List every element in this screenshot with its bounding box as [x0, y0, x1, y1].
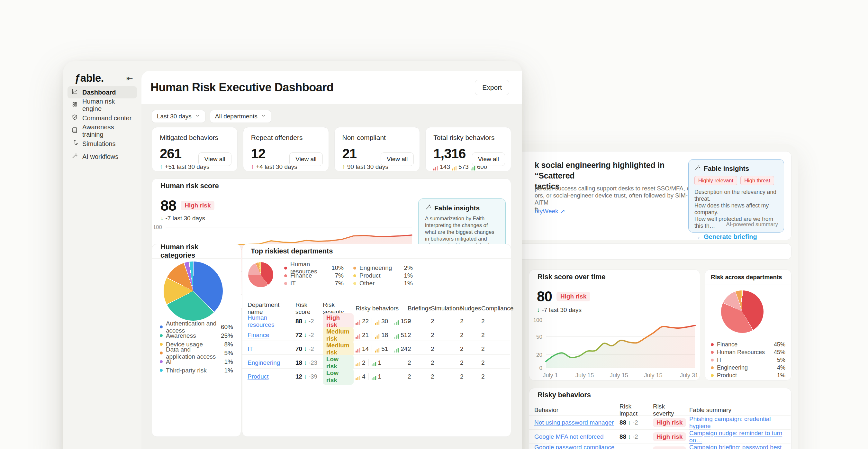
- metric-label: Non-compliant: [342, 134, 413, 142]
- risk-score-over-time-card: Risk score over time 80 High risk ↓-7 la…: [529, 270, 700, 381]
- red-bars-icon: [355, 333, 361, 339]
- card-title: Top riskiest departments: [242, 244, 511, 259]
- green-bars-icon: [394, 347, 399, 353]
- table-row: IT70↓-2Medium risk1451242222: [242, 340, 510, 354]
- sidebar-item-ai-workflows[interactable]: AI workflows: [67, 151, 137, 163]
- legend-value: 1%: [404, 272, 413, 279]
- sidebar: ƒable. ⇤ DashboardHuman risk engineComma…: [63, 61, 142, 449]
- legend-dot: [711, 366, 714, 369]
- department-link[interactable]: Human resources: [248, 314, 274, 328]
- metric-label: Mitigated behaviors: [160, 134, 231, 142]
- behavior-link[interactable]: Google MFA not enforced: [534, 433, 603, 440]
- legend-item: Authentication and access60%: [160, 323, 233, 331]
- view-all-button[interactable]: View all: [198, 152, 231, 166]
- metric-card-repeat-offenders: Repeat offenders12↑+4 last 30 daysView a…: [243, 127, 329, 172]
- legend-dot: [353, 274, 356, 277]
- risk-severity-badge: High risk: [557, 292, 590, 301]
- book-icon: [71, 127, 78, 133]
- fable-summary-link[interactable]: Campaign nudge: reminder to turn on…: [689, 430, 782, 444]
- table-row: Human resources88↓-2High risk22301592222: [242, 313, 510, 327]
- legend-item: Product1%: [353, 272, 413, 279]
- metric-card-mitigated-behaviors: Mitigated behaviors261↑+51 last 30 daysV…: [152, 127, 238, 172]
- legend-dot: [160, 334, 163, 337]
- view-all-button[interactable]: View all: [381, 152, 414, 166]
- sidebar-item-label: Simulations: [82, 140, 116, 148]
- legend-label: Engineering: [360, 264, 392, 271]
- svg-text:0: 0: [539, 365, 542, 371]
- risk-severity-badge: High risk: [653, 446, 686, 449]
- sidebar-item-label: Dashboard: [82, 89, 116, 96]
- bar-stat-value: 18: [381, 332, 388, 339]
- risk-score-delta: -2: [309, 332, 314, 339]
- sidebar-item-simulations[interactable]: Simulations: [67, 138, 137, 150]
- sidebar-item-awareness-training[interactable]: Awareness training: [67, 125, 137, 137]
- column-header: Briefings: [408, 305, 431, 312]
- bar-stat-value: 51: [381, 346, 388, 353]
- date-range-filter[interactable]: Last 30 days: [152, 110, 206, 123]
- column-header: Fable summary: [689, 407, 790, 414]
- risk-score-cell: 18↓-23: [296, 359, 323, 366]
- svg-text:July 15: July 15: [610, 372, 628, 379]
- generate-briefing-label: Generate briefing: [704, 233, 757, 241]
- insight-badges: Highly relevantHigh threat: [694, 176, 778, 185]
- legend-dot: [711, 343, 714, 346]
- bar-stat: 30: [372, 318, 391, 325]
- bar-stat-value: 22: [362, 318, 369, 325]
- legend-value: 45%: [774, 341, 785, 348]
- department-link[interactable]: Finance: [248, 332, 270, 338]
- chart-line-icon: [71, 88, 78, 95]
- sidebar-item-command-center[interactable]: Command center: [67, 112, 137, 124]
- compliance-cell: 2: [481, 332, 510, 339]
- ai-powered-summary-label: AI-powered summary: [726, 221, 778, 228]
- legend-item: Third-party risk1%: [160, 366, 233, 375]
- table-header-row: Department nameRisk scoreRisk severityRi…: [242, 301, 510, 313]
- legend-dot: [711, 374, 714, 377]
- fable-summary-link[interactable]: Phishing campaign: credential hygiene: [689, 416, 771, 429]
- column-header: Simulations: [431, 305, 460, 312]
- green-bars-icon: [394, 333, 399, 339]
- news-source-link[interactable]: rityWeek ↗: [535, 207, 565, 215]
- risk-severity-badge: Low risk: [323, 368, 353, 385]
- legend-dot: [160, 369, 163, 372]
- view-all-button[interactable]: View all: [289, 152, 322, 166]
- compliance-cell: 2: [481, 346, 510, 353]
- sidebar-item-label: Command center: [82, 115, 131, 122]
- fable-insights-title: Fable insights: [704, 165, 749, 172]
- generate-briefing-link[interactable]: →Generate briefing: [694, 233, 778, 241]
- bar-stat: 573: [452, 163, 469, 171]
- sidebar-item-dashboard[interactable]: Dashboard: [67, 86, 137, 98]
- department-filter-value: All departments: [215, 113, 257, 120]
- risky-behaviors-cell: 211851: [355, 332, 408, 339]
- yellow-bars-icon: [355, 361, 361, 366]
- wand-icon: [425, 204, 431, 212]
- pie-legend: Finance45%Human Resources45%IT5%Engineer…: [711, 340, 785, 379]
- card-title: Risk across departments: [705, 270, 791, 285]
- view-all-button[interactable]: View all: [472, 152, 505, 166]
- department-link[interactable]: IT: [248, 346, 253, 352]
- risk-across-departments-card: Risk across departments Finance45%Human …: [705, 270, 792, 381]
- sidebar-item-human-risk-engine[interactable]: Human risk engine: [67, 99, 137, 111]
- risk-score-cell: 88↓-2: [296, 318, 323, 325]
- legend-label: Data and application access: [166, 346, 221, 360]
- table-header-row: BehaviorRisk impactRisk severityFable su…: [529, 403, 790, 415]
- department-filter[interactable]: All departments: [210, 110, 271, 123]
- legend-value: 1%: [224, 358, 233, 365]
- main-dashboard-window: ƒable. ⇤ DashboardHuman risk engineComma…: [63, 61, 522, 449]
- nudges-cell: 2: [460, 373, 481, 380]
- legend-item: Product1%: [711, 371, 785, 379]
- behavior-link[interactable]: Google password compliance length…: [534, 444, 614, 449]
- export-button[interactable]: Export: [475, 80, 509, 95]
- department-link[interactable]: Product: [248, 373, 269, 380]
- departments-pie: [248, 262, 273, 287]
- nudges-cell: 2: [460, 359, 481, 366]
- fable-summary-link[interactable]: Campaign briefing: password best practi…: [689, 444, 781, 449]
- department-link[interactable]: Engineering: [248, 359, 280, 366]
- behavior-link[interactable]: Not using password manager: [534, 419, 614, 426]
- arrow-down-icon: ↓: [628, 447, 631, 449]
- collapse-sidebar-icon[interactable]: ⇤: [126, 74, 133, 83]
- risk-impact-delta: -2: [633, 419, 638, 426]
- fable-logo: ƒable.: [74, 72, 104, 84]
- legend-item: IT5%: [711, 356, 785, 364]
- risk-score-cell: 70↓-2: [296, 346, 323, 353]
- briefings-cell: 2: [408, 332, 431, 339]
